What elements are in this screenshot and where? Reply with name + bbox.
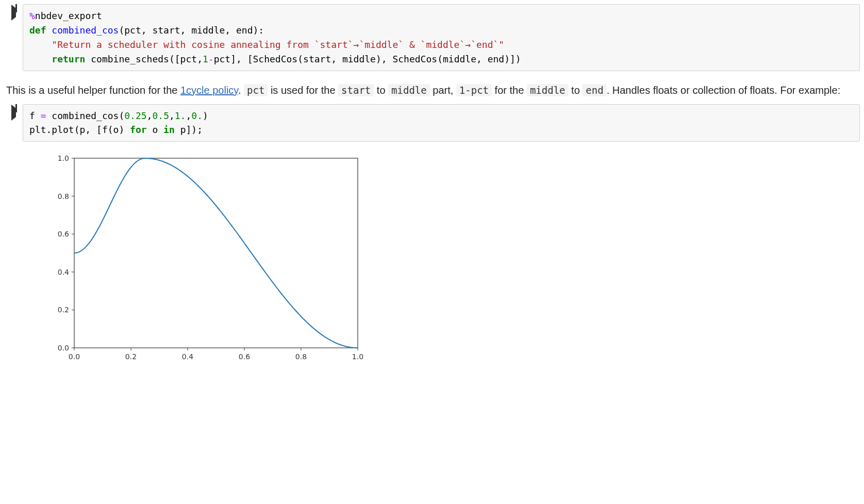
for-keyword: for (130, 124, 147, 135)
docstring: "Return a scheduler with cosine annealin… (52, 39, 504, 50)
run-cell-button[interactable] (4, 104, 23, 117)
md-text: part, (430, 85, 456, 96)
svg-text:0.4: 0.4 (58, 268, 69, 276)
svg-text:0.4: 0.4 (182, 352, 193, 361)
num-one: 1 (203, 54, 208, 64)
code-start: start (338, 84, 374, 96)
svg-rect-0 (74, 158, 358, 348)
fn-name: combined_cos (52, 25, 119, 36)
run-icon (11, 8, 16, 18)
call-close: ) (203, 110, 208, 121)
comma: , (186, 110, 192, 121)
link-1cycle-policy[interactable]: 1cycle policy (180, 85, 238, 96)
md-text: . (238, 85, 244, 96)
svg-text:0.2: 0.2 (58, 306, 69, 314)
line-chart: 0.00.20.40.60.81.00.00.20.40.60.81.0 (38, 152, 368, 368)
output-area: 0.00.20.40.60.81.00.00.20.40.60.81.0 (4, 147, 860, 368)
svg-text:0.2: 0.2 (125, 352, 137, 361)
arg4: 0. (191, 110, 203, 121)
svg-text:0.6: 0.6 (239, 352, 250, 361)
svg-text:1.0: 1.0 (352, 352, 363, 361)
arg2: 0.5 (152, 110, 169, 121)
code-cell-1: %nbdev_export def combined_cos(pct, star… (4, 4, 860, 71)
code-cell-2: f = combined_cos(0.25,0.5,1.,0.) plt.plo… (4, 104, 860, 142)
code-middle: middle (388, 84, 430, 96)
svg-text:0.0: 0.0 (69, 352, 80, 361)
return-body-a: combine_scheds([pct, (85, 54, 203, 64)
code-end: end (583, 84, 606, 96)
code-input-2[interactable]: f = combined_cos(0.25,0.5,1.,0.) plt.plo… (23, 104, 860, 142)
magic-percent: % (29, 10, 35, 21)
code-1mpct: 1-pct (456, 84, 492, 96)
code-middle2: middle (527, 84, 569, 96)
code-pct: pct (244, 84, 268, 96)
md-text: to (569, 85, 583, 96)
md-text: . Handles floats or collection of floats… (607, 85, 841, 96)
run-cell-button[interactable] (4, 4, 23, 18)
chart-wrap: 0.00.20.40.60.81.00.00.20.40.60.81.0 (23, 150, 860, 368)
svg-text:0.6: 0.6 (58, 230, 69, 239)
plot-c: p]); (175, 124, 203, 135)
plot-a: plt.plot(p, [f(o) (29, 124, 130, 135)
notebook: %nbdev_export def combined_cos(pct, star… (4, 4, 860, 368)
markdown-cell: This is a useful helper function for the… (4, 76, 860, 104)
svg-text:0.0: 0.0 (58, 344, 69, 352)
call-a: combined_cos( (46, 110, 125, 121)
svg-text:0.8: 0.8 (58, 192, 69, 200)
minus-op: - (208, 54, 214, 64)
md-text: This is a useful helper function for the (6, 85, 180, 96)
return-keyword: return (52, 54, 85, 64)
comma: , (169, 110, 175, 121)
plot-b: o (147, 124, 164, 135)
assign-lhs: f (29, 110, 41, 121)
svg-text:0.8: 0.8 (295, 352, 307, 361)
in-keyword: in (163, 124, 175, 135)
md-text: to (374, 85, 388, 96)
return-body-b: pct], [SchedCos(start, middle), SchedCos… (214, 54, 521, 64)
magic-name: nbdev_export (35, 10, 102, 21)
def-keyword: def (29, 25, 46, 36)
comma: , (147, 110, 153, 121)
md-text: is used for the (268, 85, 338, 96)
fn-params: (pct, start, middle, end): (119, 25, 264, 36)
run-icon (11, 108, 16, 117)
arg1: 0.25 (124, 110, 146, 121)
svg-text:1.0: 1.0 (58, 154, 69, 162)
arg3: 1. (175, 110, 186, 121)
equals-op: = (41, 110, 46, 121)
md-text: for the (492, 85, 527, 96)
code-input-1[interactable]: %nbdev_export def combined_cos(pct, star… (23, 4, 860, 71)
